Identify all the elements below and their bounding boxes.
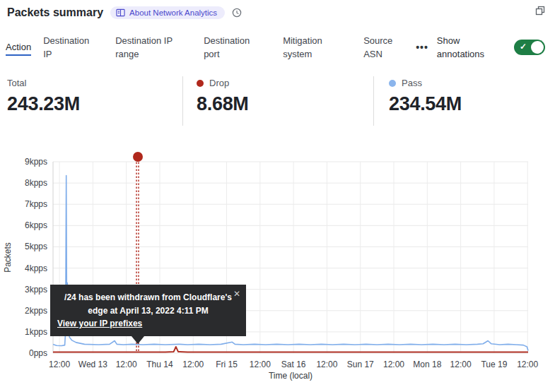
tab-destination-port[interactable]: Destination port [204, 34, 266, 61]
more-tabs-button[interactable]: ••• [414, 40, 430, 54]
check-icon: ✓ [520, 42, 527, 52]
y-tick-label: 2kpps [25, 306, 47, 316]
stat-divider [182, 76, 183, 126]
tab-bar: ActionDestination IPDestination IP range… [6, 30, 555, 65]
annotation-message: /24 has been withdrawn from Cloudflare's… [57, 291, 239, 317]
x-tick-label: Wed 13 [78, 360, 107, 369]
x-tick-label: Sat 16 [281, 360, 306, 369]
stat-total: Total 243.23M [7, 78, 80, 115]
stat-divider [373, 76, 374, 126]
y-tick-label: 7kpps [25, 199, 47, 209]
chart-canvas: 0pps1kpps2kpps3kpps4kpps5kpps6kpps7kpps8… [0, 138, 555, 384]
page-title: Packets summary [7, 6, 103, 19]
toggle-knob [531, 41, 544, 54]
panel-header: Packets summary About Network Analytics [7, 6, 242, 19]
x-tick-label: 12:00 [517, 360, 538, 369]
stat-pass: Pass 234.54M [389, 78, 462, 115]
x-tick-label: 12:00 [316, 360, 337, 369]
book-icon [116, 8, 125, 17]
tab-label: Action [6, 42, 31, 56]
tab-label: Destination IP range [115, 35, 173, 60]
x-tick-label: Fri 15 [216, 360, 238, 369]
stat-pass-label: Pass [402, 78, 422, 88]
stats-row: Total 243.23M Drop 8.68M Pass 234.54M [0, 73, 555, 133]
tab-action[interactable]: Action [6, 40, 31, 54]
badge-label: About Network Analytics [129, 8, 217, 17]
x-tick-label: 12:00 [49, 360, 70, 369]
close-icon[interactable]: ✕ [233, 287, 240, 301]
tab-source-asn[interactable]: Source ASN [363, 34, 404, 61]
x-tick-label: Mon 18 [413, 360, 441, 369]
y-tick-label: 9kpps [25, 157, 47, 167]
x-axis-title: Time (local) [269, 371, 312, 381]
packets-chart: 0pps1kpps2kpps3kpps4kpps5kpps6kpps7kpps8… [0, 138, 555, 392]
expand-icon[interactable] [535, 6, 545, 16]
clock-icon [232, 8, 242, 18]
tab-destination-ip-range[interactable]: Destination IP range [115, 34, 187, 61]
series-drop [53, 347, 528, 352]
stat-drop: Drop 8.68M [197, 78, 249, 115]
y-tick-label: 0pps [29, 348, 47, 358]
x-tick-label: 12:00 [250, 360, 271, 369]
y-tick-label: 1kpps [25, 327, 47, 337]
tab-label: Destination port [204, 35, 250, 60]
y-tick-label: 4kpps [25, 263, 47, 273]
x-tick-label: Thu 14 [146, 360, 173, 369]
stat-total-label: Total [7, 78, 26, 88]
tab-label: Source ASN [363, 35, 392, 60]
y-tick-label: 6kpps [25, 220, 47, 230]
tab-label: Destination IP [43, 35, 89, 60]
x-tick-label: 12:00 [116, 360, 137, 369]
x-tick-label: Tue 19 [481, 360, 507, 369]
stat-total-value: 243.23M [7, 93, 80, 115]
x-tick-label: Sun 17 [347, 360, 374, 369]
x-tick-label: 12:00 [182, 360, 204, 369]
stat-drop-label: Drop [209, 78, 229, 88]
drop-legend-dot [197, 80, 204, 87]
pass-legend-dot [389, 80, 396, 87]
about-network-analytics-link[interactable]: About Network Analytics [110, 6, 225, 19]
show-annotations-toggle[interactable]: ✓ [514, 40, 545, 55]
x-tick-label: 12:00 [383, 360, 404, 369]
view-ip-prefixes-link[interactable]: View your IP prefixes [57, 317, 142, 331]
tab-destination-ip[interactable]: Destination IP [43, 34, 98, 61]
annotation-tooltip: ✕ /24 has been withdrawn from Cloudflare… [50, 285, 246, 336]
stat-pass-value: 234.54M [389, 93, 462, 115]
x-tick-label: 12:00 [450, 360, 472, 369]
y-tick-label: 3kpps [25, 285, 47, 295]
show-annotations-label: Show annotations [437, 34, 498, 61]
stat-drop-value: 8.68M [197, 93, 249, 115]
y-axis-title: Packets [3, 242, 13, 273]
annotation-marker-dot[interactable] [133, 152, 143, 162]
tab-mitigation-system[interactable]: Mitigation system [283, 34, 346, 61]
y-tick-label: 8kpps [25, 178, 47, 188]
y-tick-label: 5kpps [25, 242, 47, 251]
tab-label: Mitigation system [283, 35, 322, 60]
